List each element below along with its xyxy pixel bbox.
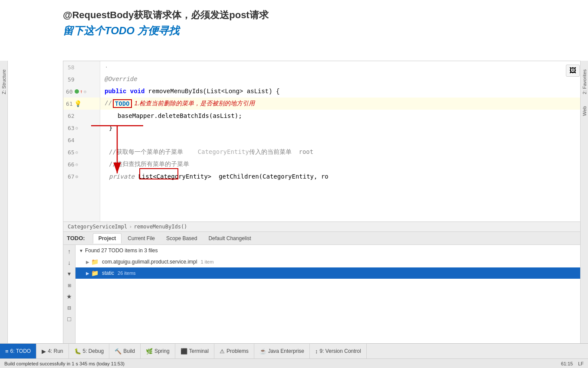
code-line-64	[100, 134, 583, 146]
scroll-up-button[interactable]: ↑	[65, 247, 74, 256]
code-line-66: //递归查找所有菜单的子菜单	[100, 158, 583, 170]
folder-expand-icon-2: ▶	[86, 271, 89, 276]
build-tab-icon: 🔨	[115, 348, 122, 355]
folder-count-2: 26 items	[118, 270, 136, 276]
line-58: 58	[63, 61, 100, 73]
bottom-tab-debug[interactable]: 🐛 5: Debug	[69, 344, 110, 358]
run-tab-icon: ▶	[42, 348, 46, 355]
bottom-tab-problems[interactable]: ⚠ Problems	[214, 344, 254, 358]
todo-tabs-bar: TODO: Project Current File Scope Based D…	[63, 232, 583, 245]
line-ending: LF	[578, 361, 584, 366]
tab-current-file[interactable]: Current File	[122, 234, 160, 243]
bottom-tab-terminal-label: Terminal	[189, 348, 209, 354]
cursor-position: 61:15 LF	[561, 361, 584, 366]
bottom-tab-version-control[interactable]: ↕ 9: Version Control	[310, 344, 367, 358]
bottom-tab-run-label: 4: Run	[48, 348, 63, 354]
spring-tab-icon: 🌿	[146, 348, 153, 355]
todo-toolbar: ↑ ↓ ▼ ⊞ ★ ⊟ □	[63, 245, 76, 352]
filter-button[interactable]: ▼	[65, 269, 74, 279]
line-numbers-gutter: 58 59 60 ↑ ⊝ 61 💡 62 63 ⊝ 64	[63, 61, 100, 221]
breadcrumb-bar: CategoryServiceImpl › removeMenuByIds()	[63, 221, 583, 232]
annotation-title: @RequestBody获取请求体，必须发送post请求	[63, 9, 536, 22]
code-content-area[interactable]: · @Override public void removeMenuByIds(…	[100, 61, 583, 221]
cursor-coords: 61:15	[561, 361, 573, 366]
bottom-tab-java-enterprise[interactable]: ☕ Java Enterprise	[254, 344, 310, 358]
version-control-tab-icon: ↕	[315, 348, 318, 355]
folder-count-1: 1 item	[200, 259, 214, 264]
code-line-65: //获取每一个菜单的子菜单 CategoryEntity传入的当前菜单 root	[100, 146, 583, 158]
group-button[interactable]: ⊟	[65, 303, 74, 313]
line-60: 60 ↑ ⊝	[63, 85, 100, 98]
bottom-tab-todo[interactable]: ≡ 6: TODO	[0, 344, 36, 358]
line-67: 67 ⊙	[63, 170, 100, 182]
terminal-tab-icon: ⬛	[181, 348, 187, 355]
folder-icon-2: 📁	[91, 270, 99, 277]
bottom-tab-terminal[interactable]: ⬛ Terminal	[175, 344, 214, 358]
tab-default-changelist[interactable]: Default Changelist	[203, 234, 256, 243]
code-line-63: }	[100, 122, 583, 134]
ide-window: 🖼 58 59 60 ↑ ⊝ 61 💡 62 63 ⊝	[63, 61, 584, 353]
folder-expand-icon-1: ▶	[86, 260, 89, 264]
code-line-67: private List<CategoryEntity> getChildren…	[100, 170, 583, 182]
build-status-text: Build completed successfully in 1 s 345 …	[4, 361, 125, 366]
bottom-tab-todo-label: 6: TODO	[10, 348, 31, 354]
line-59: 59	[63, 73, 100, 85]
line-65: 65 ⊝	[63, 146, 100, 158]
page-wrapper: @RequestBody获取请求体，必须发送post请求 留下这个TODO 方便…	[0, 0, 588, 368]
todo-keyword: TODO	[113, 99, 132, 108]
code-line-58: ·	[100, 61, 583, 73]
todo-tab-label: TODO:	[67, 235, 85, 241]
annotation-subtitle: 留下这个TODO 方便寻找	[63, 24, 536, 38]
status-bar: Build completed successfully in 1 s 345 …	[0, 358, 588, 368]
problems-tab-icon: ⚠	[220, 348, 225, 355]
right-sidebar: 2: Favorites Web	[580, 61, 588, 353]
bottom-tab-build-label: Build	[123, 348, 135, 354]
bottom-tab-problems-label: Problems	[227, 348, 249, 354]
todo-folder-static[interactable]: ▶ 📁 static 26 items	[76, 267, 583, 279]
line-66: 66 ⊝	[63, 158, 100, 170]
code-line-61: // TODO 1.检查当前删除的菜单，是否被别的地方引用	[100, 98, 583, 110]
right-sidebar-web: Web	[582, 106, 587, 116]
code-line-60: public void removeMenuByIds(List<Long> a…	[100, 85, 583, 98]
bottom-tab-debug-label: 5: Debug	[83, 348, 104, 354]
expand-summary-icon[interactable]: ▼	[79, 248, 83, 253]
todo-panel: TODO: Project Current File Scope Based D…	[63, 232, 583, 352]
code-editor: 🖼 58 59 60 ↑ ⊝ 61 💡 62 63 ⊝	[63, 61, 583, 221]
tab-project[interactable]: Project	[93, 233, 122, 244]
code-line-62: baseMapper.deleteBatchIds(asList);	[100, 110, 583, 122]
todo-summary: ▼ Found 27 TODO items in 3 files	[76, 245, 583, 256]
line-64: 64	[63, 134, 100, 146]
line-62: 62	[63, 110, 100, 122]
todo-tab-icon: ≡	[5, 348, 9, 355]
expand-button[interactable]: ⊞	[65, 280, 74, 290]
structure-sidebar-label: Z: Structure	[1, 69, 7, 94]
structure-sidebar: Z: Structure	[0, 61, 8, 353]
folder-name-2: static	[102, 270, 114, 276]
code-line-59: @Override	[100, 73, 583, 85]
bottom-tab-java-enterprise-label: Java Enterprise	[268, 348, 304, 354]
favorite-button[interactable]: ★	[65, 292, 74, 301]
breadcrumb-part-1[interactable]: CategoryServiceImpl	[68, 224, 127, 230]
annotation-area: @RequestBody获取请求体，必须发送post请求 留下这个TODO 方便…	[63, 9, 536, 38]
todo-list-area: ▼ Found 27 TODO items in 3 files ▶ 📁 com…	[76, 245, 583, 352]
settings-button[interactable]: □	[65, 314, 74, 324]
bottom-tab-build[interactable]: 🔨 Build	[109, 344, 141, 358]
bottom-tab-bar: ≡ 6: TODO ▶ 4: Run 🐛 5: Debug 🔨 Build 🌿 …	[0, 343, 588, 358]
todo-folder-service-impl[interactable]: ▶ 📁 com.atguigu.gulimall.product.service…	[76, 256, 583, 267]
line-61: 61 💡	[63, 98, 100, 110]
right-sidebar-favorites: 2: Favorites	[582, 69, 587, 94]
breadcrumb-separator: ›	[129, 224, 132, 230]
tab-scope-based[interactable]: Scope Based	[161, 234, 202, 243]
bottom-tab-version-control-label: 9: Version Control	[320, 348, 361, 354]
folder-icon-1: 📁	[91, 258, 99, 265]
line-63: 63 ⊝	[63, 122, 100, 134]
breadcrumb-part-2[interactable]: removeMenuByIds()	[134, 224, 187, 230]
debug-tab-icon: 🐛	[74, 348, 81, 355]
bottom-tab-run[interactable]: ▶ 4: Run	[36, 344, 69, 358]
scroll-down-button[interactable]: ↓	[65, 258, 74, 267]
bottom-tab-spring[interactable]: 🌿 Spring	[141, 344, 175, 358]
java-enterprise-tab-icon: ☕	[260, 348, 266, 355]
folder-name-1: com.atguigu.gulimall.product.service.imp…	[102, 259, 197, 265]
todo-summary-text: Found 27 TODO items in 3 files	[85, 248, 158, 254]
bottom-tab-spring-label: Spring	[154, 348, 170, 354]
